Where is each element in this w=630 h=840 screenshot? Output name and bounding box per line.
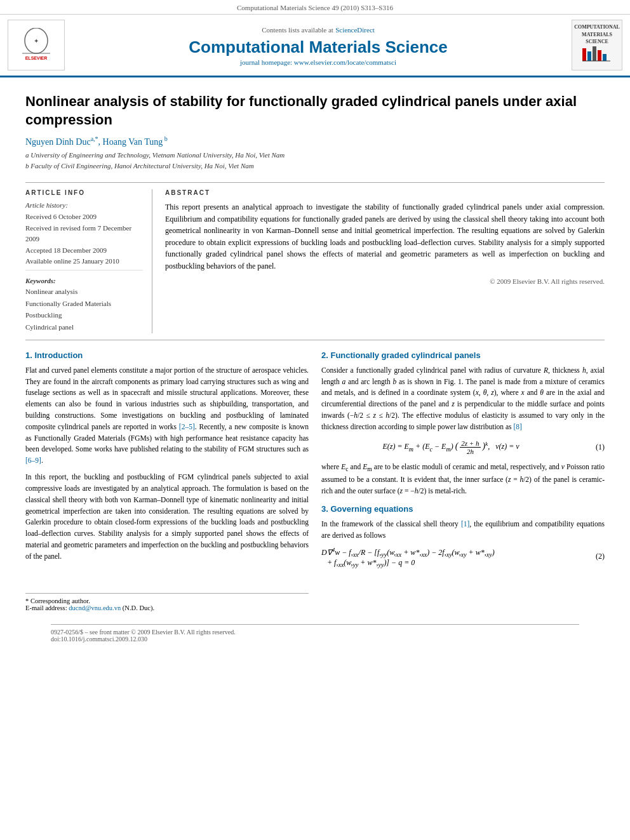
journal-center-info: Contents lists available at ScienceDirec…: [71, 25, 565, 66]
cms-logo-icon: [581, 45, 613, 64]
equation-2-formula: D∇4w − f,xx/R − [f,yy(w,xx + w*,xx) − 2f…: [321, 547, 586, 569]
article-info-header: ARTICLE INFO: [25, 189, 143, 196]
svg-rect-6: [593, 46, 596, 61]
citation-bar: Computational Materials Science 49 (2010…: [0, 0, 630, 15]
authors-line: Nguyen Dinh Duca,*, Hoang Van Tung b: [25, 135, 605, 147]
article-info-left: ARTICLE INFO Article history: Received 6…: [25, 189, 152, 333]
svg-rect-4: [582, 48, 586, 61]
history-accepted: Accepted 18 December 2009: [25, 245, 143, 257]
keyword-4: Cylindrical panel: [25, 321, 143, 333]
svg-text:✦: ✦: [34, 37, 39, 44]
article-title: Nonlinear analysis of stability for func…: [25, 93, 605, 129]
journal-homepage: journal homepage: www.elsevier.com/locat…: [71, 58, 565, 66]
copyright-line: © 2009 Elsevier B.V. All rights reserved…: [165, 277, 605, 285]
section1-title: 1. Introduction: [25, 350, 309, 360]
left-column: 1. Introduction Flat and curved panel el…: [25, 350, 309, 611]
footer-doi: doi:10.1016/j.commatsci.2009.12.030: [51, 636, 579, 643]
section1-para2: In this report, the buckling and postbuc…: [25, 472, 309, 563]
journal-header: ✦ ELSEVIER Contents lists available at S…: [0, 15, 630, 77]
equation-1-number: (1): [586, 443, 605, 452]
footnote-corresponding: * Corresponding author.: [25, 597, 309, 604]
svg-rect-7: [598, 50, 601, 61]
journal-title: Computational Materials Science: [71, 37, 565, 57]
author-2: Hoang Van Tung: [103, 137, 163, 147]
history-received: Received 6 October 2009: [25, 211, 143, 223]
history-online: Available online 25 January 2010: [25, 256, 143, 267]
body-columns: 1. Introduction Flat and curved panel el…: [25, 350, 605, 611]
right-column: 2. Functionally graded cylindrical panel…: [321, 350, 605, 611]
keyword-3: Postbuckling: [25, 309, 143, 321]
citation-text: Computational Materials Science 49 (2010…: [237, 4, 393, 11]
affiliation-a: a University of Engineering and Technolo…: [25, 150, 605, 161]
affiliation-b: b Faculty of Civil Engineering, Hanoi Ar…: [25, 161, 605, 172]
footnotes-area: * Corresponding author. E-mail address: …: [25, 568, 309, 611]
contents-link-text: Contents lists available at ScienceDirec…: [71, 25, 565, 35]
left-logo: ✦ ELSEVIER: [8, 20, 65, 70]
equation-2-block: D∇4w − f,xx/R − [f,yy(w,xx + w*,xx) − 2f…: [321, 547, 605, 569]
author-1: Nguyen Dinh Duc: [25, 137, 91, 147]
svg-rect-8: [603, 54, 607, 61]
divider: [25, 270, 143, 270]
main-content: Nonlinear analysis of stability for func…: [0, 93, 630, 646]
section2-title: 2. Functionally graded cylindrical panel…: [321, 350, 605, 360]
section3-para1: In the framework of the classical shell …: [321, 519, 605, 542]
affiliations: a University of Engineering and Technolo…: [25, 150, 605, 172]
sciencedirect-link[interactable]: ScienceDirect: [335, 26, 375, 34]
keyword-1: Nonlinear analysis: [25, 286, 143, 298]
svg-text:ELSEVIER: ELSEVIER: [25, 56, 48, 60]
abstract-header: ABSTRACT: [165, 189, 605, 196]
section2-para1: Consider a functionally graded cylindric…: [321, 365, 605, 433]
equation-1-formula: E(z) = Em + (Ec − Em) ( 2z + h 2h )k, ν(…: [321, 439, 580, 455]
abstract-text: This report presents an analytical appro…: [165, 201, 605, 272]
history-revised: Received in revised form 7 December 2009: [25, 223, 143, 245]
abstract-section: ABSTRACT This report presents an analyti…: [165, 189, 605, 333]
equation-2-number: (2): [586, 547, 605, 561]
right-logo: COMPUTATIONAL MATERIALS SCIENCE: [572, 20, 622, 70]
article-info-section: ARTICLE INFO Article history: Received 6…: [25, 182, 605, 340]
keyword-2: Functionally Graded Materials: [25, 298, 143, 310]
footer-issn: 0927-0256/$ – see front matter © 2009 El…: [51, 629, 579, 636]
equation-1-block: E(z) = Em + (Ec − Em) ( 2z + h 2h )k, ν(…: [321, 439, 605, 455]
section3-title: 3. Governing equations: [321, 504, 605, 514]
section1-para1: Flat and curved panel elements constitut…: [25, 365, 309, 467]
svg-rect-5: [587, 51, 591, 61]
footnote-email: E-mail address: ducnd@vnu.edu.vn (N.D. D…: [25, 604, 309, 611]
section2-para2: where Ec and Em are to be elastic moduli…: [321, 462, 605, 497]
university-crest-icon: ✦ ELSEVIER: [17, 28, 55, 63]
keywords-label: Keywords:: [25, 277, 143, 284]
history-label: Article history:: [25, 201, 143, 209]
page-footer: 0927-0256/$ – see front matter © 2009 El…: [51, 624, 579, 646]
